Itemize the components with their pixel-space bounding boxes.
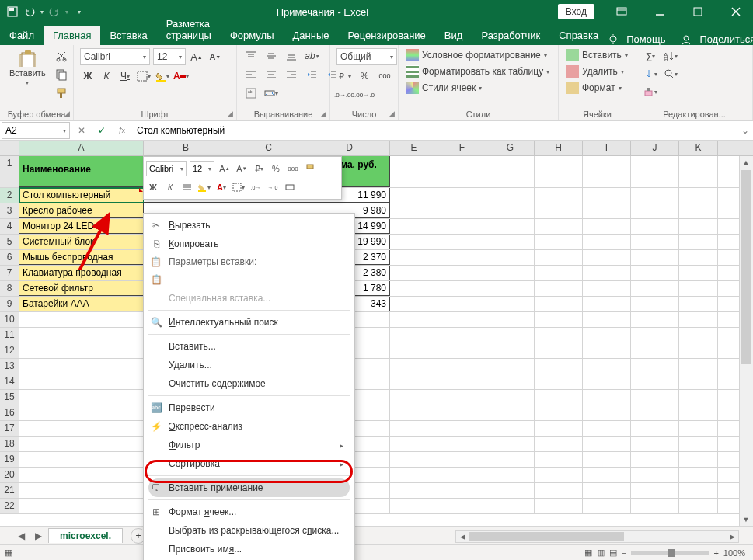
cell[interactable] — [583, 359, 631, 374]
cell[interactable] — [19, 437, 144, 451]
tab-help[interactable]: Справка — [549, 26, 608, 45]
cell[interactable] — [486, 328, 535, 343]
font-launcher-icon[interactable]: ◢ — [228, 110, 233, 117]
paste-button[interactable]: Вставить ▾ — [6, 48, 49, 88]
cell[interactable] — [486, 359, 535, 374]
align-right-icon[interactable] — [284, 67, 299, 82]
cell[interactable] — [438, 328, 486, 343]
align-bottom-icon[interactable] — [284, 48, 299, 64]
scroll-up-icon[interactable]: ▲ — [740, 156, 752, 169]
cell[interactable] — [438, 499, 486, 513]
cell[interactable] — [390, 266, 438, 280]
cell[interactable] — [583, 250, 631, 265]
row-header-2[interactable]: 2 — [0, 188, 19, 203]
cell[interactable] — [390, 297, 438, 311]
save-icon[interactable] — [6, 5, 19, 18]
cell[interactable] — [631, 421, 679, 436]
cell[interactable] — [583, 374, 631, 389]
cell[interactable] — [679, 483, 718, 498]
cell[interactable] — [535, 328, 583, 343]
cell[interactable] — [390, 156, 438, 187]
cell[interactable] — [679, 405, 718, 420]
cell[interactable] — [535, 188, 583, 203]
cell[interactable] — [631, 343, 679, 358]
cell[interactable] — [535, 219, 583, 234]
undo-drop-icon[interactable]: ▾ — [40, 9, 44, 16]
row-header-16[interactable]: 16 — [0, 405, 19, 420]
merge-button[interactable]: ▾ — [263, 85, 279, 101]
mini-border-icon[interactable]: ▾ — [232, 180, 246, 194]
comma-format-icon[interactable]: 000 — [377, 68, 392, 84]
ctx-copy[interactable]: ⎘Копировать — [144, 235, 354, 253]
ctx-sort[interactable]: Сортировка▸ — [144, 454, 354, 473]
tab-data[interactable]: Данные — [284, 26, 339, 45]
cell[interactable] — [486, 437, 535, 451]
ctx-smart-lookup[interactable]: 🔍Интеллектуальный поиск — [144, 313, 354, 332]
accounting-format-icon[interactable]: ₽▾ — [336, 68, 352, 84]
cell[interactable] — [19, 328, 144, 343]
row-header-9[interactable]: 9 — [0, 297, 19, 311]
paste-drop-icon[interactable]: ▾ — [26, 79, 29, 86]
tab-file[interactable]: Файл — [0, 26, 44, 45]
cell[interactable] — [535, 203, 583, 218]
tab-review[interactable]: Рецензирование — [338, 26, 434, 45]
cell[interactable] — [438, 235, 486, 249]
cell[interactable] — [583, 468, 631, 482]
cell-styles-button[interactable]: Стили ячеек▾ — [405, 81, 552, 95]
cell[interactable] — [486, 235, 535, 249]
cell[interactable] — [19, 374, 144, 389]
cell[interactable] — [438, 266, 486, 280]
close-icon[interactable] — [718, 0, 753, 23]
tab-view[interactable]: Вид — [435, 26, 472, 45]
enter-formula-icon[interactable]: ✓ — [92, 122, 112, 139]
ctx-clear[interactable]: Очистить содержимое — [144, 374, 354, 393]
cell[interactable] — [390, 499, 438, 513]
format-painter-icon[interactable] — [54, 85, 69, 101]
cell[interactable] — [679, 235, 718, 249]
cell[interactable] — [679, 468, 718, 482]
mini-accounting-icon[interactable]: ₽▾ — [252, 162, 266, 176]
cell[interactable] — [19, 312, 144, 327]
zoom-slider[interactable] — [631, 551, 709, 555]
mini-align-icon[interactable] — [180, 180, 194, 194]
cell[interactable] — [631, 483, 679, 498]
zoom-out-icon[interactable]: − — [622, 548, 626, 558]
ctx-filter[interactable]: Фильтр▸ — [144, 436, 354, 454]
cell[interactable] — [631, 203, 679, 218]
redo-icon[interactable] — [48, 5, 61, 18]
cell[interactable] — [486, 250, 535, 265]
share-icon[interactable] — [681, 34, 692, 45]
pagelayout-view-icon[interactable]: ▥ — [597, 548, 605, 558]
percent-format-icon[interactable]: % — [357, 68, 372, 84]
cell[interactable] — [535, 468, 583, 482]
cell[interactable] — [438, 483, 486, 498]
cell[interactable] — [583, 266, 631, 280]
cell[interactable] — [679, 219, 718, 234]
cell[interactable] — [390, 390, 438, 405]
column-header-F[interactable]: F — [438, 141, 486, 155]
cell[interactable] — [583, 452, 631, 467]
cell[interactable] — [535, 499, 583, 513]
mini-format-painter-icon[interactable] — [303, 162, 317, 176]
row-header-1[interactable]: 1 — [0, 156, 19, 187]
row-header-20[interactable]: 20 — [0, 468, 19, 482]
cell[interactable] — [535, 359, 583, 374]
cell[interactable] — [679, 297, 718, 311]
cell[interactable] — [631, 499, 679, 513]
column-header-H[interactable]: H — [535, 141, 583, 155]
cell[interactable] — [390, 421, 438, 436]
delete-cells-button[interactable]: Удалить▾ — [565, 64, 629, 78]
mini-shrink-font-icon[interactable]: A▼ — [235, 162, 249, 176]
cell[interactable] — [631, 188, 679, 203]
mini-percent-icon[interactable]: % — [269, 162, 283, 176]
cell[interactable] — [19, 452, 144, 467]
cell[interactable] — [583, 156, 631, 187]
sort-filter-icon[interactable]: AЯ▾ — [663, 48, 678, 64]
row-header-13[interactable]: 13 — [0, 359, 19, 374]
cell[interactable] — [438, 390, 486, 405]
cell[interactable] — [19, 359, 144, 374]
cell[interactable] — [535, 297, 583, 311]
cell[interactable] — [583, 297, 631, 311]
ctx-quick-analysis[interactable]: ⚡Экспресс-анализ — [144, 417, 354, 436]
sheet-nav-next-icon[interactable]: ▶ — [31, 530, 45, 541]
